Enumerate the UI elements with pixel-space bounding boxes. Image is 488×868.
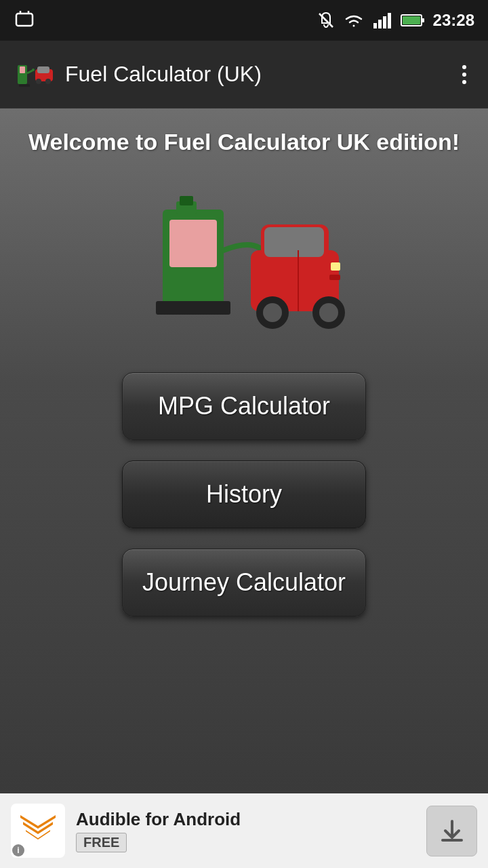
svg-rect-10	[19, 84, 30, 87]
ad-download-button[interactable]	[426, 806, 477, 856]
signal-icon	[372, 11, 392, 30]
svg-point-12	[32, 68, 35, 71]
svg-point-16	[45, 79, 51, 84]
svg-rect-3	[383, 16, 386, 28]
svg-rect-1	[373, 23, 377, 28]
fuel-illustration	[142, 176, 346, 332]
welcome-text: Welcome to Fuel Calculator UK edition!	[8, 129, 480, 155]
android-icon	[14, 9, 35, 31]
svg-line-11	[27, 71, 33, 73]
history-button[interactable]: History	[122, 460, 366, 528]
status-bar-left-icons	[14, 9, 35, 31]
app-icon	[16, 60, 54, 90]
app-bar-content: Fuel Calculator (UK)	[16, 60, 262, 90]
ad-text: Audible for Android FREE	[76, 809, 415, 852]
svg-rect-14	[37, 66, 49, 73]
journey-calculator-button[interactable]: Journey Calculator	[122, 549, 366, 616]
svg-rect-4	[388, 13, 391, 28]
svg-rect-7	[403, 16, 420, 24]
app-bar: Fuel Calculator (UK)	[0, 41, 488, 108]
svg-rect-19	[156, 301, 230, 315]
status-time: 23:28	[433, 11, 474, 30]
svg-rect-18	[169, 220, 217, 267]
status-bar: 23:28	[0, 0, 488, 41]
ad-free-badge: FREE	[76, 833, 127, 852]
svg-point-31	[319, 303, 338, 322]
svg-rect-6	[422, 18, 424, 22]
silent-icon	[317, 11, 336, 30]
audible-logo	[18, 814, 58, 848]
svg-rect-9	[20, 66, 25, 73]
svg-rect-2	[378, 20, 382, 28]
ad-title: Audible for Android	[76, 809, 415, 830]
mpg-calculator-button[interactable]: MPG Calculator	[122, 372, 366, 440]
illustration	[142, 176, 346, 338]
overflow-menu-button[interactable]	[457, 60, 472, 90]
svg-point-29	[263, 303, 282, 322]
svg-rect-21	[180, 196, 193, 205]
svg-point-15	[36, 79, 41, 84]
svg-rect-25	[264, 227, 324, 257]
ad-banner: i Audible for Android FREE	[0, 793, 488, 868]
download-icon	[437, 816, 467, 846]
overflow-dot-3	[462, 80, 466, 84]
app-logo	[16, 60, 54, 90]
status-bar-right-icons: 23:28	[317, 11, 474, 30]
wifi-icon	[344, 11, 364, 30]
overflow-dot-2	[462, 73, 466, 77]
overflow-dot-1	[462, 65, 466, 69]
main-content: Welcome to Fuel Calculator UK edition!	[0, 108, 488, 793]
app-bar-title: Fuel Calculator (UK)	[65, 62, 262, 87]
svg-rect-27	[331, 262, 340, 271]
svg-rect-0	[16, 14, 33, 26]
ad-info-icon: i	[12, 844, 24, 856]
svg-rect-32	[329, 275, 340, 280]
ad-icon-container: i	[11, 804, 65, 858]
battery-icon	[401, 13, 425, 28]
